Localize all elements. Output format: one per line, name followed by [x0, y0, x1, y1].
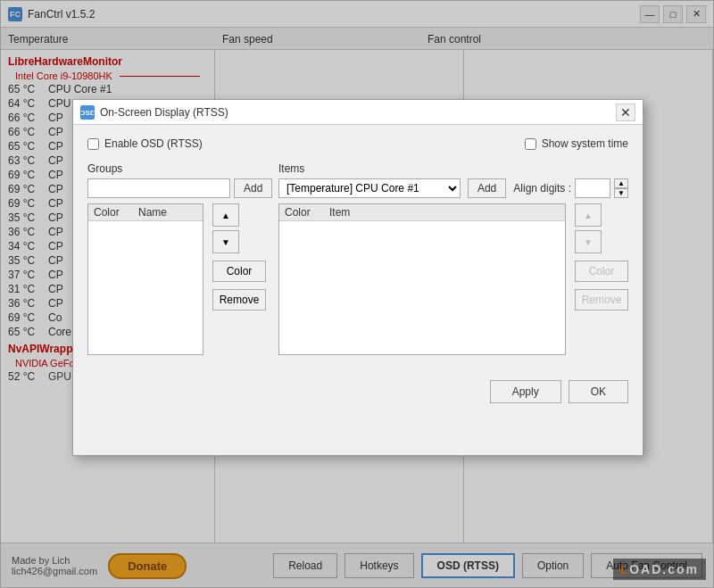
apply-button[interactable]: Apply [490, 380, 561, 403]
items-label: Items [278, 162, 628, 175]
groups-input[interactable] [87, 178, 230, 198]
groups-list-header: Color Name [88, 204, 203, 221]
groups-section: Groups Add Color Name [87, 162, 266, 355]
groups-color-button[interactable]: Color [212, 261, 266, 282]
groups-buttons: ▲ ▼ Color Remove [212, 203, 266, 355]
items-add-button[interactable]: Add [468, 178, 506, 198]
items-up-button[interactable]: ▲ [575, 203, 602, 227]
modal-overlay: OSD On-Screen Display (RTSS) ✕ Enable OS… [1, 1, 713, 587]
items-list[interactable]: Color Item [278, 203, 566, 355]
items-section: Items [Temperature] CPU Core #1 Add Alig… [278, 162, 628, 355]
items-buttons: ▲ ▼ Color Remove [575, 203, 628, 355]
dialog-options-row: Enable OSD (RTSS) Show system time [87, 137, 628, 150]
enable-osd-checkbox-label[interactable]: Enable OSD (RTSS) [87, 137, 203, 150]
groups-input-row: Add [87, 178, 266, 198]
dialog-close-button[interactable]: ✕ [616, 104, 635, 121]
groups-list[interactable]: Color Name [87, 203, 203, 355]
items-remove-button[interactable]: Remove [575, 289, 628, 311]
groups-down-button[interactable]: ▼ [212, 230, 239, 253]
dialog-body: Enable OSD (RTSS) Show system time Group… [73, 125, 643, 368]
items-down-button[interactable]: ▼ [575, 230, 602, 253]
align-digits-label: Align digits : [513, 182, 571, 195]
show-time-checkbox-label[interactable]: Show system time [525, 137, 628, 150]
items-dropdown[interactable]: [Temperature] CPU Core #1 [278, 178, 461, 198]
enable-osd-checkbox[interactable] [87, 138, 99, 150]
spinner-up-button[interactable]: ▲ [614, 178, 628, 188]
items-top-row: [Temperature] CPU Core #1 Add Align digi… [278, 178, 628, 198]
dialog-footer: Apply OK [73, 371, 643, 412]
align-digits-spinner: ▲ ▼ [614, 178, 628, 198]
ok-button[interactable]: OK [569, 380, 628, 403]
dialog-icon: OSD [80, 105, 95, 120]
items-color-button[interactable]: Color [575, 261, 628, 282]
groups-label: Groups [87, 162, 266, 175]
dialog-title-bar: OSD On-Screen Display (RTSS) ✕ [73, 100, 643, 125]
groups-remove-button[interactable]: Remove [212, 289, 266, 311]
spinner-down-button[interactable]: ▼ [614, 188, 628, 198]
show-time-checkbox[interactable] [525, 138, 536, 150]
main-window: FC FanCtrl v1.5.2 — □ ✕ Temperature Fan … [0, 0, 714, 588]
svg-text:OSD: OSD [81, 109, 94, 117]
dialog-title-text: On-Screen Display (RTSS) [100, 106, 228, 119]
groups-up-button[interactable]: ▲ [212, 203, 239, 227]
groups-add-button[interactable]: Add [234, 178, 272, 198]
items-list-header: Color Item [279, 204, 565, 221]
osd-dialog: OSD On-Screen Display (RTSS) ✕ Enable OS… [72, 99, 643, 456]
dialog-title-left: OSD On-Screen Display (RTSS) [80, 105, 228, 120]
align-digits-input[interactable]: 0 [575, 178, 610, 198]
dialog-sections: Groups Add Color Name [87, 162, 628, 355]
